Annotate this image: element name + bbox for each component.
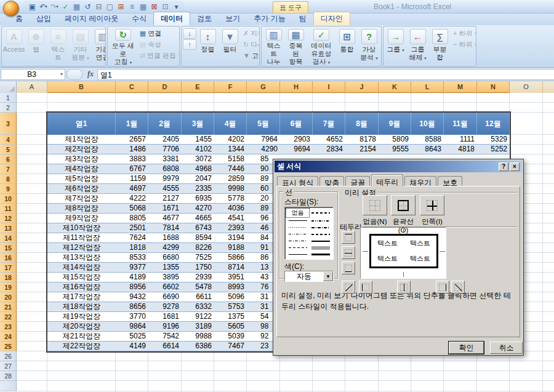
column-header-I[interactable]: I [313, 81, 345, 93]
row-header-5[interactable]: 5 [0, 145, 17, 154]
undo-typing-icon[interactable]: ↺ [82, 2, 93, 12]
insert-table-icon[interactable]: ▦ [138, 2, 148, 12]
tab-design[interactable]: 디자인 [313, 12, 350, 25]
row-header-10[interactable]: 10 [0, 194, 17, 204]
row-header-6[interactable]: 6 [0, 154, 17, 164]
insert-cells-icon[interactable]: ⊞ [116, 2, 126, 12]
border-diagonal-down-button[interactable] [451, 281, 465, 294]
line-style-double[interactable] [309, 244, 332, 251]
row-header-22[interactable]: 22 [0, 312, 17, 322]
remove-duplicates-button[interactable]: ▦중복된항목 제거 [285, 28, 307, 65]
dialog-tab-3[interactable]: 테두리 [371, 174, 403, 186]
line-style-dotted[interactable] [286, 224, 309, 231]
customize-qat-icon[interactable]: ▾ [171, 2, 182, 12]
row-header-11[interactable]: 11 [0, 204, 17, 214]
row-header-26[interactable]: 26 [0, 351, 17, 361]
print-icon[interactable]: ⊟ [94, 2, 104, 12]
line-style-medium-dashed-short[interactable] [309, 209, 332, 217]
column-header-H[interactable]: H [280, 81, 313, 93]
other-sources-button[interactable]: ▤기타원본 ▾ [70, 28, 91, 65]
refresh-all-button[interactable]: ↻모두 새로고침 ▾ [109, 28, 137, 65]
formula-input[interactable]: 열1 [97, 69, 554, 80]
border-color-select[interactable]: 자동 ▼ [284, 271, 334, 282]
table-header-cell[interactable]: 9월 [379, 113, 411, 135]
row-header-4[interactable]: 4 [0, 135, 17, 145]
table-header-cell[interactable]: 2월 [148, 113, 182, 135]
column-header-G[interactable]: G [247, 81, 280, 93]
spelling-icon[interactable]: ✓ [60, 2, 71, 12]
column-header-B[interactable]: B [47, 81, 116, 93]
row-header-17[interactable]: 17 [0, 263, 17, 273]
dialog-tab-2[interactable]: 글꼴 [345, 176, 370, 186]
ungroup-button[interactable]: ←그룹해제 ▾ [407, 28, 428, 65]
row-header-20[interactable]: 20 [0, 292, 17, 302]
dialog-tab-4[interactable]: 채우기 [404, 176, 436, 186]
line-style-thick[interactable] [309, 251, 332, 258]
redo-icon[interactable]: ↷▾ [49, 2, 60, 12]
table-header-cell[interactable]: 5월 [247, 113, 280, 135]
dialog-close-button[interactable]: × [510, 162, 520, 171]
properties-button[interactable]: ▤속성 [138, 39, 178, 50]
table-row[interactable]: 제1작업장26572405145542027964290346528178580… [47, 135, 510, 145]
border-diagonal-up-button[interactable] [342, 281, 355, 294]
new-window-icon[interactable]: ▦ [71, 2, 82, 12]
access-button[interactable]: AAccess [3, 28, 25, 65]
row-header-21[interactable]: 21 [0, 302, 17, 312]
text-button[interactable]: ≡텍스트 [47, 28, 69, 65]
line-style-medium-dash-dot-dot[interactable] [309, 217, 332, 224]
line-style-solid[interactable] [286, 251, 309, 258]
line-style-medium-dash-dot[interactable] [309, 224, 332, 231]
row-header-19[interactable]: 19 [0, 282, 17, 292]
tab-view[interactable]: 보기 [219, 12, 247, 25]
column-header-F[interactable]: F [214, 81, 247, 93]
border-right-button[interactable] [436, 281, 449, 294]
row-header-25[interactable]: 25 [0, 342, 17, 351]
dialog-titlebar[interactable]: 셀 서식 ? × [275, 161, 522, 172]
tab-review[interactable]: 검토 [190, 12, 219, 25]
sort-button[interactable]: ↕정렬 [197, 28, 219, 65]
column-header-M[interactable]: M [444, 81, 477, 93]
line-style-thin[interactable] [286, 217, 309, 224]
row-header-2[interactable]: 2 [0, 103, 17, 113]
what-if-button[interactable]: ?가상분석 ▾ [358, 28, 380, 65]
table-header-cell[interactable]: 7월 [313, 113, 345, 135]
row-header-7[interactable]: 7 [0, 164, 17, 174]
column-header-L[interactable]: L [411, 81, 444, 93]
line-style-medium-dashed[interactable] [309, 231, 332, 238]
advanced-button[interactable]: ▼고급 [241, 50, 260, 61]
formula-bar-divider[interactable] [66, 69, 82, 80]
dialog-help-button[interactable]: ? [499, 162, 508, 171]
table-header-cell[interactable]: 6월 [280, 113, 313, 135]
hide-detail-button[interactable]: −하위 수준 숨기기 [451, 39, 476, 50]
border-inside-horizontal-button[interactable] [342, 246, 355, 259]
border-bottom-button[interactable] [342, 262, 355, 274]
preset-none-button[interactable] [363, 195, 387, 215]
filter-button[interactable]: ▼필터 [219, 28, 241, 65]
table-header-cell[interactable]: 3월 [182, 113, 214, 135]
table-header-cell[interactable]: 1월 [116, 113, 148, 135]
select-all-button[interactable] [0, 81, 17, 93]
web-button[interactable]: ⊕웹 [25, 28, 47, 65]
border-top-button[interactable] [342, 231, 355, 244]
sort-descending-button[interactable]: ↑ [183, 39, 196, 50]
text-to-columns-button[interactable]: ▥텍스트나누기 [263, 28, 284, 65]
column-header-O[interactable]: O [510, 81, 543, 93]
row-header-8[interactable]: 8 [0, 174, 17, 184]
line-style-list[interactable]: 없음 [284, 207, 334, 260]
sort-ascending-button[interactable]: ↓ [183, 28, 196, 39]
delete-rows-icon[interactable]: ⊡ [160, 2, 171, 12]
clear-filter-button[interactable]: ✗지우기 [241, 28, 260, 39]
row-header-14[interactable]: 14 [0, 233, 17, 243]
table-header-cell[interactable]: 4월 [214, 113, 247, 135]
consolidate-button[interactable]: ⊞통합 [336, 28, 358, 65]
dialog-launcher-icon[interactable]: ↘ [469, 66, 475, 66]
insert-function-button[interactable]: fx [84, 70, 97, 79]
table-header-cell[interactable]: 12월 [477, 113, 510, 135]
line-style-dash-dot-dot[interactable] [286, 231, 309, 238]
table-header-cell[interactable]: 8월 [345, 113, 379, 135]
line-style-medium-solid[interactable] [309, 238, 332, 244]
row-header-16[interactable]: 16 [0, 253, 17, 263]
connections-button[interactable]: ▦연결 [138, 28, 178, 39]
existing-connections-button[interactable]: ▥기존연결 [92, 28, 106, 65]
dialog-tab-0[interactable]: 표시 형식 [277, 176, 318, 186]
